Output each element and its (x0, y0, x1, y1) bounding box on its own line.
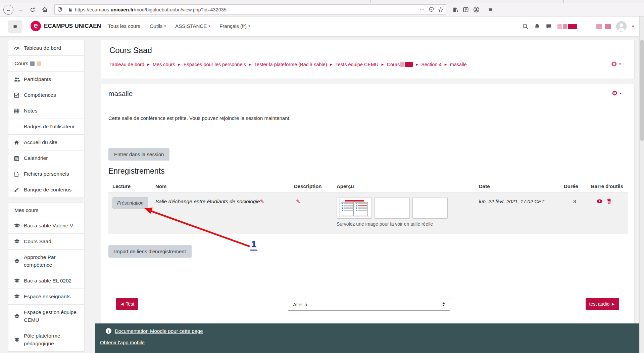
jump-to-value: Aller à… (293, 302, 312, 307)
sidebar-item-grades[interactable]: Notes (8, 103, 85, 119)
sidebar-label: Banque de contenus (24, 187, 71, 193)
search-icon[interactable] (522, 23, 529, 30)
forward-button[interactable]: → (15, 5, 26, 15)
col-barre-outils: Barre d'outils (591, 183, 628, 189)
nav-drawer: Tableau de bord Cours Participants Compé… (8, 40, 85, 352)
sidebar-item-site-home[interactable]: Accueil du site (8, 135, 85, 150)
sidebar-item-participants[interactable]: Participants (8, 72, 85, 87)
sidebar-item-competencies[interactable]: Compétences (8, 87, 85, 103)
messages-icon[interactable] (546, 23, 552, 30)
bookmark-star-icon[interactable] (438, 7, 443, 12)
edit-name-icon[interactable]: ✎ (260, 198, 264, 204)
preview-thumbnail-3[interactable] (412, 197, 448, 219)
moodle-docs-link[interactable]: Documentation Moodle pour cette page (115, 328, 203, 334)
protections-shield-icon[interactable] (429, 7, 434, 12)
activity-title: masalle (108, 90, 133, 98)
urlbar-divider (65, 6, 65, 13)
page-scrollbar[interactable] (639, 16, 644, 353)
edit-description-icon[interactable]: ✎ (296, 198, 300, 204)
graduation-cap-icon (14, 314, 24, 319)
sidebar-course-espace-enseignants[interactable]: Espace enseignants (8, 289, 85, 305)
nav-drawer-toggle[interactable]: ≡ (8, 20, 22, 33)
breadcrumb-tester[interactable]: Tester la plateforme (Bac à sable) (254, 62, 327, 67)
notifications-bell-icon[interactable] (534, 23, 540, 30)
next-activity-button[interactable]: test audio ► (586, 298, 619, 310)
sidebar-item-calendar[interactable]: Calendrier (8, 150, 85, 166)
room-status-text: Cette salle de conférence est prête. Vou… (108, 115, 291, 121)
nav-assistance[interactable]: ASSISTANCE▾ (175, 23, 210, 29)
sidebar-label: Participants (24, 76, 51, 82)
sidebar-item-badges[interactable]: Badges de l'utilisateur (8, 119, 85, 135)
sidebar-item-dashboard[interactable]: Tableau de bord (8, 40, 85, 56)
back-button[interactable]: ← (3, 5, 13, 15)
sidebar-item-private-files[interactable]: Fichiers personnels (8, 166, 85, 182)
sidebar-course-bac-el[interactable]: Bac a sable EL 0202 (8, 273, 85, 289)
lock-icon (68, 7, 72, 12)
redacted-username (557, 24, 577, 29)
graduation-cap-icon (14, 278, 24, 283)
sidebar-item-course[interactable]: Cours (8, 56, 85, 72)
reload-button[interactable] (28, 5, 38, 15)
gear-icon: ⚙ (611, 60, 617, 68)
url-domain: unicaen.fr (110, 7, 134, 12)
preview-thumbnail-1[interactable] (337, 197, 372, 219)
sidebar-course-pole-plateforme[interactable]: Pôle plateforme pédagogique (8, 328, 85, 352)
previous-activity-button[interactable]: ◄ Test (116, 298, 138, 310)
breadcrumb-dashboard[interactable]: Tableau de bord (109, 62, 144, 67)
join-session-button[interactable]: Entrer dans la session (108, 148, 169, 161)
sidebar-item-content-bank[interactable]: Banque de contenus (8, 182, 85, 198)
browser-menu-icon[interactable]: ≡ (489, 6, 493, 13)
import-links-button[interactable]: Import de liens d'enregistrement (108, 245, 192, 258)
activity-navigation: ◄ Test Aller à… test audio ► (101, 298, 634, 311)
gear-icon: ⚙ (612, 90, 618, 96)
sidebar-course-approche[interactable]: Approche Par compétence (8, 250, 85, 273)
breadcrumb-masalle[interactable]: masalle (450, 62, 467, 67)
breadcrumb-section4[interactable]: Section 4 (421, 62, 441, 67)
delete-trash-icon[interactable] (607, 198, 611, 204)
browser-tab-strip[interactable] (0, 0, 644, 3)
graduation-cap-icon (14, 239, 24, 244)
breadcrumb-separator-icon: ▶ (445, 63, 447, 66)
nav-label: ASSISTANCE (175, 23, 207, 29)
col-apercu: Aperçu (337, 183, 479, 189)
scrollbar-thumb[interactable] (640, 40, 644, 141)
breadcrumb-espaces[interactable]: Espaces pour les personnels (184, 62, 246, 67)
activity-settings-menu[interactable]: ⚙ ▾ (612, 90, 622, 96)
sidebar-course-bac-valerie[interactable]: Bac à sable Valérie V (8, 218, 85, 234)
site-logo[interactable]: e (31, 21, 41, 31)
sidebar-label: Badges de l'utilisateur (24, 124, 75, 130)
sidebar-course-espace-cemu[interactable]: Espace gestion équipe CEMU (8, 305, 85, 328)
sidebar-label: Cours (14, 60, 28, 67)
mobile-app-link[interactable]: Obtenir l'app mobile (100, 340, 145, 345)
page-actions-icon[interactable]: ⋯ (419, 7, 425, 13)
sidebar-course-cours-saad[interactable]: Cours Saad (8, 234, 85, 250)
nav-all-courses[interactable]: Tous les cours (108, 23, 140, 29)
site-brand[interactable]: ECAMPUS UNICAEN (44, 23, 101, 30)
tracking-shield-icon[interactable] (57, 7, 62, 12)
breadcrumb-cours[interactable]: Cours (387, 62, 400, 67)
graduation-cap-icon (14, 294, 24, 299)
user-avatar[interactable] (616, 21, 627, 32)
col-duree: Durée (564, 183, 591, 189)
forward-icon: → (18, 6, 23, 13)
nav-label: Français (fr) (219, 23, 247, 29)
user-menu-caret-icon[interactable]: ▾ (632, 24, 634, 29)
breadcrumb-separator-icon: ▶ (249, 63, 251, 66)
breadcrumb-my-courses[interactable]: Mes cours (153, 62, 175, 67)
library-icon[interactable] (452, 7, 458, 13)
file-icon (14, 171, 24, 177)
graduation-cap-icon (14, 223, 24, 228)
publish-eye-icon[interactable] (596, 199, 603, 204)
jump-to-select[interactable]: Aller à… (288, 298, 450, 311)
nav-tools[interactable]: Outils▾ (150, 23, 166, 29)
header-settings-menu[interactable]: ⚙ ▾ (611, 60, 621, 68)
breadcrumb-tests-cemu[interactable]: Tests équipe CEMU (336, 62, 379, 67)
reader-sidebar-icon[interactable] (463, 7, 469, 13)
account-icon[interactable] (473, 6, 480, 13)
nav-language[interactable]: Français (fr)▾ (219, 23, 250, 29)
participants-icon (14, 77, 24, 82)
preview-thumbnail-2[interactable] (375, 197, 410, 219)
presentation-play-button[interactable]: Présentation (112, 197, 148, 209)
home-button[interactable] (40, 5, 50, 15)
url-bar[interactable]: https://ecampus.unicaen.fr/mod/bigbluebu… (54, 4, 446, 15)
